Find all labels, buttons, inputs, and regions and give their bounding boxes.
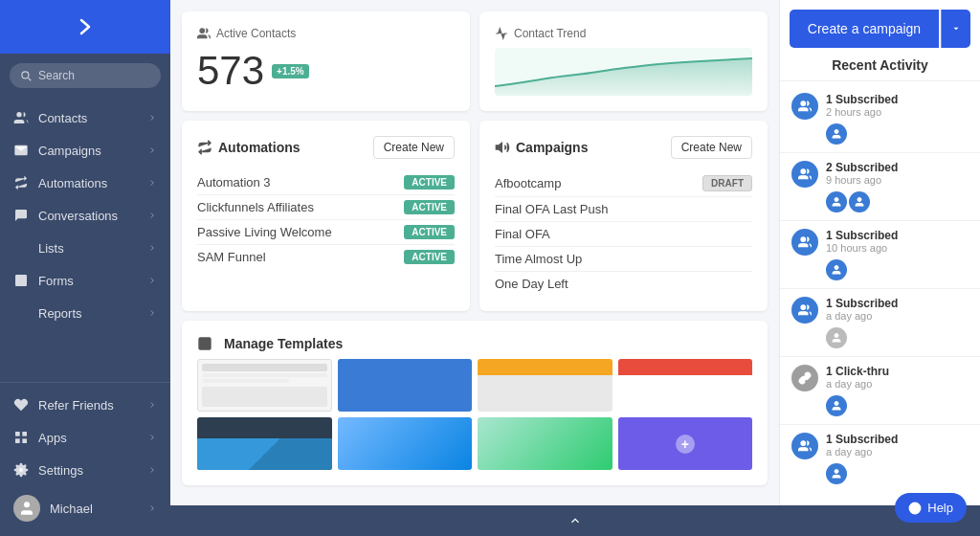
- campaigns-card: Campaigns Create New Afbootcamp DRAFT Fi…: [479, 121, 768, 311]
- activity-icon-0: [791, 93, 818, 120]
- chevron-right-icon2: [147, 145, 157, 155]
- automations-create-new-button[interactable]: Create New: [373, 136, 455, 159]
- svg-rect-13: [15, 432, 20, 436]
- template-thumb-8[interactable]: +: [618, 417, 753, 470]
- svg-point-34: [801, 441, 806, 446]
- sidebar-item-lists[interactable]: Lists: [0, 232, 170, 264]
- create-campaign-button[interactable]: Create a campaign: [790, 10, 939, 48]
- user-profile[interactable]: Michael: [0, 486, 170, 530]
- template-thumb-2[interactable]: [338, 359, 473, 412]
- campaign-row-2: Final OFA: [495, 222, 752, 247]
- sidebar-item-settings[interactable]: Settings: [0, 454, 170, 486]
- sidebar-item-contacts-label: Contacts: [38, 111, 87, 125]
- activity-text-3: 1 Subscribed: [826, 297, 898, 310]
- activity-item-2: 1 Subscribed 10 hours ago: [780, 221, 980, 289]
- svg-point-19: [200, 29, 205, 34]
- main-content: Active Contacts 573 +1.5% Contact Trend: [170, 0, 980, 536]
- campaigns-title: Campaigns: [495, 140, 588, 155]
- activity-icon-5: [791, 433, 818, 459]
- svg-point-0: [16, 112, 21, 117]
- sidebar-item-campaigns-label: Campaigns: [38, 144, 101, 158]
- search-box[interactable]: Search: [10, 63, 161, 88]
- svg-rect-23: [206, 341, 208, 344]
- sidebar-item-refer-friends-label: Refer Friends: [38, 398, 114, 413]
- logo-icon: [74, 15, 97, 38]
- sidebar-item-conversations[interactable]: Conversations: [0, 199, 170, 232]
- contact-trend-card: Contact Trend: [479, 11, 768, 111]
- sidebar-nav: Contacts Campaigns Automations Conversat…: [0, 98, 170, 382]
- template-thumb-1[interactable]: [197, 359, 332, 412]
- activity-icon-4: [791, 365, 818, 391]
- activity-item-5: 1 Subscribed a day ago: [780, 425, 980, 492]
- user-name-label: Michael: [50, 502, 93, 516]
- help-button[interactable]: Help: [895, 493, 967, 523]
- automations-icon: [13, 175, 29, 190]
- campaigns-title-icon: [495, 140, 510, 155]
- sidebar-bottom: Refer Friends Apps Settings: [0, 382, 170, 536]
- template-thumb-7[interactable]: [478, 417, 612, 470]
- svg-point-27: [835, 198, 838, 202]
- dashboard: Active Contacts 573 +1.5% Contact Trend: [170, 0, 779, 505]
- active-contacts-title-row: Active Contacts: [197, 27, 455, 40]
- activity-time-4: a day ago: [826, 378, 889, 390]
- mini-avatar-3-0: [826, 327, 847, 348]
- svg-point-29: [801, 237, 806, 242]
- templates-title: Manage Templates: [197, 336, 752, 351]
- mini-avatar-2-0: [826, 259, 847, 280]
- sidebar-item-settings-label: Settings: [38, 463, 83, 478]
- bottom-bar[interactable]: [170, 505, 980, 536]
- campaign-row-1: Final OFA Last Push: [495, 197, 752, 222]
- trend-icon: [495, 27, 508, 40]
- chevron-right-icon8: [147, 400, 157, 410]
- bottom-row: Manage Templates: [182, 321, 768, 485]
- recent-activity-title: Recent Activity: [780, 54, 980, 81]
- sidebar-logo[interactable]: [0, 0, 170, 54]
- contact-trend-title-row: Contact Trend: [495, 27, 752, 40]
- trend-chart: [495, 48, 752, 96]
- template-thumb-3[interactable]: [478, 359, 612, 412]
- avatar: [13, 495, 40, 522]
- campaign-row-0: Afbootcamp DRAFT: [495, 170, 752, 197]
- sidebar-item-forms[interactable]: Forms: [0, 264, 170, 297]
- search-icon: [19, 69, 33, 82]
- sidebar-item-campaigns[interactable]: Campaigns: [0, 134, 170, 167]
- heart-icon: [13, 397, 29, 413]
- sidebar-item-apps[interactable]: Apps: [0, 421, 170, 454]
- activity-time-0: 2 hours ago: [826, 106, 898, 118]
- automations-title: Automations: [197, 140, 301, 155]
- template-thumb-4[interactable]: [618, 359, 753, 412]
- chevron-right-icon10: [147, 465, 157, 475]
- settings-icon: [13, 462, 29, 478]
- create-campaign-dropdown-button[interactable]: [941, 10, 970, 48]
- campaign-row-3: Time Almost Up: [495, 247, 752, 272]
- templates-icon: [197, 336, 212, 351]
- mini-avatar-5-0: [826, 463, 847, 484]
- sidebar-item-reports[interactable]: Reports: [0, 297, 170, 329]
- search-label: Search: [38, 69, 75, 82]
- svg-rect-7: [15, 275, 27, 286]
- automations-title-icon: [197, 140, 212, 155]
- mini-avatar-1-0: [826, 191, 847, 212]
- active-contacts-icon: [197, 27, 211, 40]
- templates-card: Manage Templates: [182, 321, 768, 485]
- campaigns-create-new-button[interactable]: Create New: [671, 136, 752, 159]
- chevron-right-icon3: [147, 178, 157, 188]
- sidebar-item-conversations-label: Conversations: [38, 209, 118, 223]
- svg-point-25: [835, 130, 838, 134]
- activity-item-1: 2 Subscribed 9 hours ago: [780, 153, 980, 221]
- sidebar-item-refer-friends[interactable]: Refer Friends: [0, 389, 170, 421]
- template-thumb-6[interactable]: [338, 417, 473, 470]
- content-area: Active Contacts 573 +1.5% Contact Trend: [170, 0, 980, 505]
- sidebar-item-automations[interactable]: Automations: [0, 167, 170, 199]
- svg-rect-15: [22, 438, 27, 443]
- automation-row-2: Passive Living Welcome ACTIVE: [197, 220, 455, 245]
- activity-item-4: 1 Click-thru a day ago: [780, 357, 980, 425]
- sidebar-item-automations-label: Automations: [38, 176, 107, 190]
- template-grid: +: [197, 359, 752, 470]
- chevron-right-icon5: [147, 243, 157, 253]
- sidebar-item-contacts[interactable]: Contacts: [0, 101, 170, 134]
- lists-icon: [13, 240, 29, 256]
- activity-time-3: a day ago: [826, 310, 898, 322]
- sidebar-item-apps-label: Apps: [38, 431, 67, 445]
- template-thumb-5[interactable]: [197, 417, 332, 470]
